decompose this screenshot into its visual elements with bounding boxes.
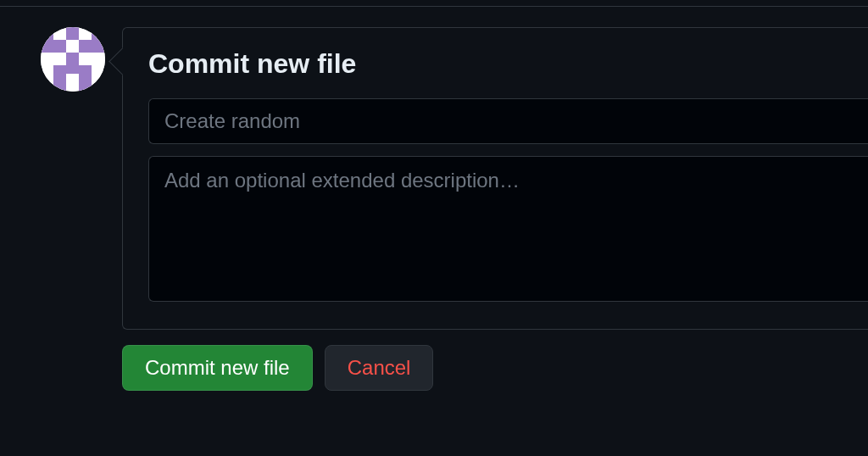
svg-rect-8 <box>66 53 79 74</box>
svg-rect-10 <box>79 65 92 92</box>
svg-rect-3 <box>92 27 105 40</box>
svg-rect-6 <box>79 40 92 53</box>
svg-rect-2 <box>66 27 79 40</box>
svg-rect-9 <box>53 65 66 92</box>
cancel-button[interactable]: Cancel <box>325 345 434 391</box>
svg-rect-7 <box>92 40 105 53</box>
user-avatar[interactable] <box>41 27 105 92</box>
svg-rect-5 <box>53 40 66 53</box>
top-divider <box>0 0 868 7</box>
panel-column: Commit new file Commit new file Cancel <box>122 27 868 391</box>
svg-rect-1 <box>41 27 53 40</box>
svg-rect-4 <box>41 40 53 53</box>
commit-container: Commit new file Commit new file Cancel <box>0 7 868 391</box>
commit-panel: Commit new file <box>122 27 868 330</box>
commit-description-textarea[interactable] <box>148 156 868 302</box>
commit-button[interactable]: Commit new file <box>122 345 313 391</box>
avatar-column <box>41 27 105 391</box>
commit-message-input[interactable] <box>148 98 868 144</box>
button-row: Commit new file Cancel <box>122 345 868 391</box>
panel-title: Commit new file <box>148 48 868 80</box>
identicon-icon <box>41 27 105 92</box>
